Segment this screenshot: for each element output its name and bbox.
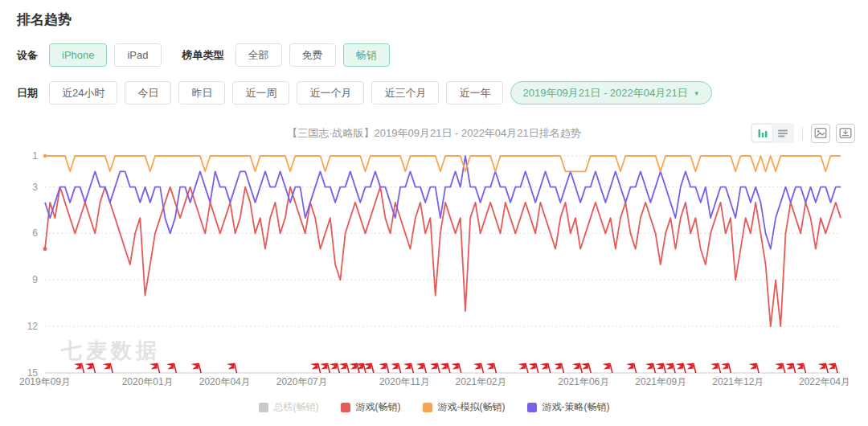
x-axis-tick-label: 2019年09月 [19,376,71,387]
event-flag-icon [710,363,721,374]
legend-label: 游戏-模拟(畅销) [438,400,506,414]
date-option-button[interactable]: 昨日 [178,81,225,104]
event-flag-icon [451,363,461,374]
rank-type-option-button[interactable]: 全部 [235,43,282,67]
legend-item[interactable]: 游戏-模拟(畅销) [423,400,506,414]
event-flag-icon [191,363,202,374]
date-range-label: 2019年09月21日 - 2022年04月21日 [522,88,687,98]
event-flag-icon [310,363,321,374]
legend-swatch [259,403,268,412]
x-axis-tick-label: 2021年06月 [558,376,609,387]
legend-item[interactable]: 游戏-策略(畅销) [527,400,610,414]
series-start-dot [43,247,47,251]
event-flag-icon [818,363,828,374]
event-flag-icon [645,363,656,374]
chart-title: 【三国志·战略版】2019年09月21日 - 2022年04月21日排名趋势 [0,126,868,141]
x-axis-tick-label: 2021年09月 [635,376,686,387]
event-flag-icon [149,363,160,374]
legend-label: 游戏(畅销) [356,400,401,414]
date-option-button[interactable]: 近三个月 [371,81,439,104]
bar-chart-icon[interactable] [752,125,772,141]
event-flag-icon [602,363,612,374]
event-flag-icon [85,363,96,374]
event-flag-icon [166,363,177,374]
view-toggle [751,123,794,143]
page-title: 排名趋势 [17,10,868,29]
event-flag-icon [665,363,676,374]
event-flag-icon [320,363,330,374]
event-flag-icon [330,363,340,374]
device-option-button[interactable]: iPad [114,43,161,67]
event-flag-icon [676,363,686,374]
legend-item[interactable]: 游戏(畅销) [341,400,401,414]
event-flag-icon [626,363,637,374]
event-flag-icon [74,363,84,374]
download-button[interactable] [836,124,855,143]
chart-area: 13691215七麦数据2019年09月2020年01月2020年04月2020… [11,146,868,392]
series-line [45,187,841,327]
chart-legend: 总榜(畅销) 游戏(畅销) 游戏-模拟(畅销) 游戏-策略(畅销) [0,400,868,414]
date-range-button[interactable]: 2019年09月21日 - 2022年04月21日 ▼ [510,81,711,104]
chart-toolbar [751,123,855,143]
toolbar-divider [802,127,803,140]
x-axis-tick-label: 2020年07月 [276,376,328,387]
event-flag-icon [796,363,806,374]
date-label: 日期 [17,86,38,100]
date-option-button[interactable]: 近一周 [232,81,289,104]
event-flag-icon [656,363,666,374]
event-flag-icon [440,363,450,374]
event-flag-icon [473,363,484,374]
x-axis-tick-label: 2020年01月 [122,376,174,387]
y-axis-tick-label: 3 [32,182,38,193]
device-options: iPhone iPad [49,43,162,67]
x-axis-labels: 2019年09月2020年01月2020年04月2020年07月2020年11月… [19,376,850,387]
event-flag-icon [775,363,785,374]
event-flag-icon [227,363,237,374]
event-flag-icon [828,363,838,374]
event-flag-icon [339,363,350,374]
download-icon [839,127,852,139]
watermark: 七麦数据 [60,338,161,363]
y-axis-tick-label: 6 [32,227,38,239]
event-flags [74,363,837,374]
device-filter-row: 设备 iPhone iPad 榜单类型 全部 免费 畅销 [17,43,868,67]
event-flag-icon [356,363,366,374]
y-axis-tick-label: 12 [27,321,39,332]
date-option-button[interactable]: 今日 [125,81,171,104]
event-flag-icon [518,363,529,374]
date-option-button[interactable]: 近24小时 [49,81,117,104]
x-axis-tick-label: 2021年12月 [712,376,764,387]
event-flag-icon [785,363,796,374]
date-option-button[interactable]: 近一年 [446,81,503,104]
x-axis-tick-label: 2022年04月 [799,376,850,387]
event-flag-icon [430,363,440,374]
event-flag-icon [572,363,583,374]
legend-swatch [423,403,432,412]
date-option-button[interactable]: 近一个月 [297,81,364,104]
y-axis-tick-label: 9 [32,274,38,285]
rank-type-option-button[interactable]: 畅销 [343,43,390,67]
legend-label: 游戏-策略(畅销) [542,400,610,414]
event-flag-icon [416,363,427,374]
device-label: 设备 [17,48,38,63]
image-icon [814,127,827,139]
event-flag-icon [486,363,497,374]
chevron-down-icon: ▼ [694,91,700,97]
list-view-icon[interactable] [772,125,792,141]
event-flag-icon [528,363,538,374]
legend-label: 总榜(畅销) [274,400,319,414]
legend-swatch [527,403,537,412]
x-axis-tick-label: 2020年04月 [199,376,251,387]
event-flag-icon [686,363,696,374]
event-flag-icon [103,363,113,374]
rank-trend-chart[interactable]: 13691215七麦数据2019年09月2020年01月2020年04月2020… [11,146,857,389]
rank-type-option-button[interactable]: 免费 [289,43,336,67]
event-flag-icon [749,363,760,374]
legend-swatch [341,403,350,412]
rank-type-label: 榜单类型 [182,48,224,63]
device-option-button[interactable]: iPhone [49,43,107,67]
rank-type-options: 全部 免费 畅销 [235,43,390,67]
x-axis-tick-label: 2020年11月 [379,376,430,387]
legend-item[interactable]: 总榜(畅销) [259,400,319,414]
export-image-button[interactable] [811,124,830,143]
